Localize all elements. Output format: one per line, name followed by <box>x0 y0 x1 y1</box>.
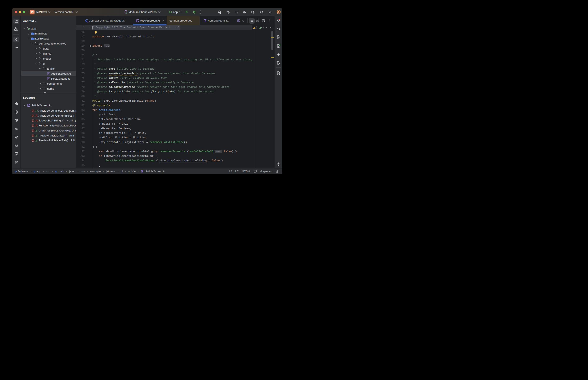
svg-text:A: A <box>227 12 229 14</box>
